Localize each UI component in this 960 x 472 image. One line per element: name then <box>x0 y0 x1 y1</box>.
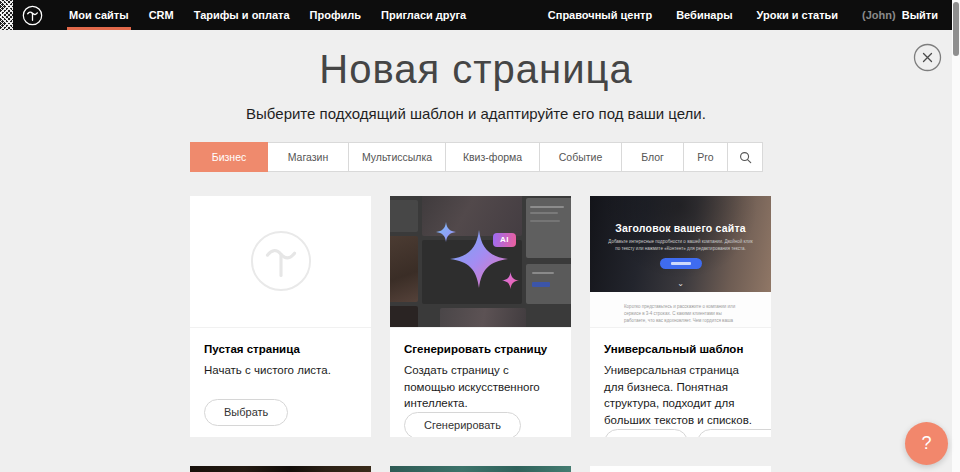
template-card-partial[interactable] <box>190 466 371 472</box>
top-bar: Мои сайты CRM Тарифы и оплата Профиль Пр… <box>0 0 952 30</box>
page-subtitle: Выберите подходящий шаблон и адаптируйте… <box>0 105 952 122</box>
card-ai-generate[interactable]: AI Сгенерировать страницу Создать страни… <box>390 196 571 437</box>
view-template-button[interactable]: Посмотреть <box>697 429 771 437</box>
tab-multilink[interactable]: Мультиссылка <box>348 142 446 172</box>
select-template-button[interactable]: Выбрать <box>604 429 688 437</box>
search-icon <box>739 151 752 164</box>
blank-page-preview <box>190 196 371 328</box>
nav-my-sites[interactable]: Мои сайты <box>59 0 139 30</box>
close-icon[interactable] <box>913 43 942 72</box>
main-nav: Мои сайты CRM Тарифы и оплата Профиль Пр… <box>59 0 476 30</box>
help-button[interactable]: ? <box>905 422 948 465</box>
nav-tariffs[interactable]: Тарифы и оплата <box>184 0 300 30</box>
template-cards-row2 <box>190 466 771 472</box>
template-card-partial[interactable] <box>590 466 771 472</box>
ai-generate-preview: AI <box>390 196 571 328</box>
nav-crm[interactable]: CRM <box>139 0 184 30</box>
select-blank-button[interactable]: Выбрать <box>204 399 288 426</box>
preview-headline: Заголовок вашего сайта <box>590 222 771 234</box>
tab-business[interactable]: Бизнес <box>190 142 268 172</box>
user-account: (John) Выйти <box>850 9 938 21</box>
chevron-down-icon: ⌄ <box>677 279 684 288</box>
search-tab[interactable] <box>727 142 763 172</box>
preview-body-text: Коротко представьтесь и расскажите о ком… <box>624 303 743 328</box>
preview-cta-button <box>660 258 702 269</box>
ai-sparkle-small2-icon <box>502 272 519 289</box>
tilda-placeholder-icon <box>250 230 312 292</box>
preview-subtext: Добавьте интересные подробности о вашей … <box>608 239 753 253</box>
header-texture <box>0 0 13 30</box>
card-universal-template[interactable]: Заголовок вашего сайта Добавьте интересн… <box>590 196 771 437</box>
generate-button[interactable]: Сгенерировать <box>404 412 521 437</box>
tab-event[interactable]: Событие <box>539 142 622 172</box>
template-cards: Пустая страница Начать с чистого листа. … <box>190 196 771 437</box>
card-description: Универсальная страница для бизнеса. Поня… <box>604 362 757 429</box>
secondary-nav: Справочный центр Вебинары Уроки и статьи… <box>536 0 952 30</box>
universal-template-preview: Заголовок вашего сайта Добавьте интересн… <box>590 196 771 328</box>
nav-help-center[interactable]: Справочный центр <box>536 0 664 30</box>
nav-invite-friend[interactable]: Пригласи друга <box>371 0 476 30</box>
card-description: Создать страницу с помощью искусственног… <box>404 362 557 412</box>
page-title: Новая страница <box>0 47 952 92</box>
logout-link[interactable]: Выйти <box>902 9 938 21</box>
card-blank-page[interactable]: Пустая страница Начать с чистого листа. … <box>190 196 371 437</box>
ai-badge: AI <box>493 233 516 247</box>
tab-shop[interactable]: Магазин <box>267 142 349 172</box>
new-page-modal: Новая страница Выберите подходящий шабло… <box>0 30 952 472</box>
tab-pro[interactable]: Pro <box>683 142 728 172</box>
template-card-partial[interactable] <box>390 466 571 472</box>
tilda-logo-icon[interactable] <box>22 5 43 26</box>
page-scrollbar[interactable] <box>952 0 960 472</box>
nav-webinars[interactable]: Вебинары <box>664 0 744 30</box>
question-icon: ? <box>921 433 931 454</box>
user-name: (John) <box>862 9 896 21</box>
nav-lessons[interactable]: Уроки и статьи <box>745 0 851 30</box>
card-title: Сгенерировать страницу <box>404 343 557 355</box>
card-title: Пустая страница <box>204 343 357 355</box>
tab-quiz-form[interactable]: Квиз-форма <box>445 142 540 172</box>
card-title: Универсальный шаблон <box>604 343 757 355</box>
template-category-tabs: Бизнес Магазин Мультиссылка Квиз-форма С… <box>190 142 763 172</box>
card-description: Начать с чистого листа. <box>204 362 357 379</box>
tab-blog[interactable]: Блог <box>621 142 684 172</box>
scrollbar-thumb[interactable] <box>953 2 959 56</box>
nav-profile[interactable]: Профиль <box>300 0 371 30</box>
